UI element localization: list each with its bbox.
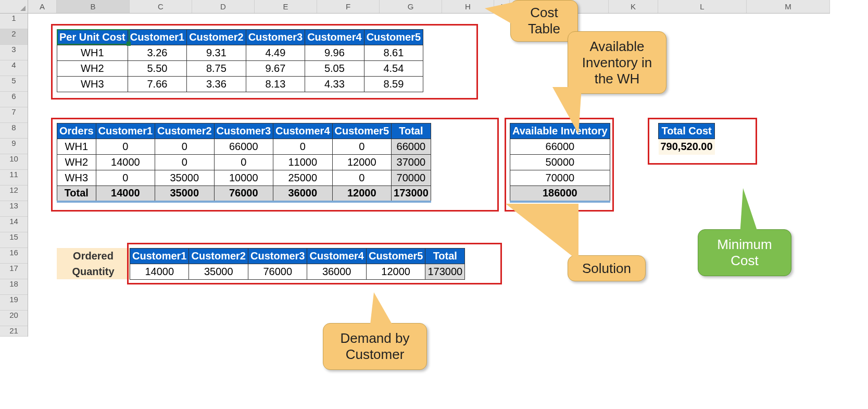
row-header-15[interactable]: 15 bbox=[0, 232, 28, 248]
row-header-13[interactable]: 13 bbox=[0, 201, 28, 217]
cell[interactable]: 8.75 bbox=[187, 61, 246, 77]
orders-row-label[interactable]: WH1 bbox=[57, 139, 96, 155]
avail-inv-total[interactable]: 186000 bbox=[510, 186, 610, 202]
row-total[interactable]: 66000 bbox=[392, 139, 431, 155]
cell[interactable]: 3.26 bbox=[128, 45, 186, 61]
row-header-12[interactable]: 12 bbox=[0, 185, 28, 201]
cell[interactable]: 35000 bbox=[155, 170, 214, 186]
cell[interactable]: 50000 bbox=[510, 155, 610, 170]
col-header-B[interactable]: B bbox=[57, 0, 130, 13]
col-header-C[interactable]: C bbox=[130, 0, 192, 13]
col-total[interactable]: 35000 bbox=[155, 186, 214, 202]
cost-row-label[interactable]: WH3 bbox=[57, 77, 128, 92]
col-total[interactable]: 12000 bbox=[332, 186, 391, 202]
cell[interactable]: 4.54 bbox=[364, 61, 423, 77]
cell[interactable]: 0 bbox=[155, 139, 214, 155]
row-header-17[interactable]: 17 bbox=[0, 264, 28, 279]
cell[interactable]: 12000 bbox=[332, 155, 391, 170]
select-all-corner[interactable] bbox=[0, 0, 28, 14]
cost-row-label[interactable]: WH2 bbox=[57, 61, 128, 77]
row-total[interactable]: 70000 bbox=[392, 170, 431, 186]
col-header-F[interactable]: F bbox=[317, 0, 380, 13]
cell[interactable]: 0 bbox=[332, 170, 391, 186]
cell[interactable]: 7.66 bbox=[128, 77, 186, 92]
cost-row-label[interactable]: WH1 bbox=[57, 45, 128, 61]
cell[interactable]: 0 bbox=[96, 170, 155, 186]
cell[interactable]: 76000 bbox=[248, 264, 307, 280]
cell[interactable]: 11000 bbox=[273, 155, 332, 170]
row-header-4[interactable]: 4 bbox=[0, 60, 28, 76]
orders-row-label[interactable]: WH2 bbox=[57, 155, 96, 170]
cell[interactable]: 14000 bbox=[96, 155, 155, 170]
cell[interactable]: 8.59 bbox=[364, 77, 423, 92]
col-header-L[interactable]: L bbox=[658, 0, 747, 13]
row-header-3[interactable]: 3 bbox=[0, 45, 28, 60]
row-total[interactable]: 37000 bbox=[392, 155, 431, 170]
row-header-14[interactable]: 14 bbox=[0, 217, 28, 232]
total-cost-value[interactable]: 790,520.00 bbox=[659, 139, 715, 155]
row-header-11[interactable]: 11 bbox=[0, 170, 28, 185]
row-header-2[interactable]: 2 bbox=[0, 29, 28, 45]
cell[interactable]: 36000 bbox=[307, 264, 366, 280]
cell[interactable]: 4.33 bbox=[305, 77, 364, 92]
cell[interactable]: 9.31 bbox=[187, 45, 246, 61]
row-header-7[interactable]: 7 bbox=[0, 107, 28, 123]
grand-total[interactable]: 173000 bbox=[392, 186, 431, 202]
ordered-qty-label1: Ordered bbox=[57, 248, 130, 264]
cell[interactable]: 0 bbox=[96, 139, 155, 155]
orders-total-label[interactable]: Total bbox=[57, 186, 96, 202]
table-row: Per Unit Cost Customer1 Customer2 Custom… bbox=[57, 30, 423, 45]
cell[interactable]: 8.61 bbox=[364, 45, 423, 61]
row-header-21[interactable]: 21 bbox=[0, 326, 28, 337]
table-row: WH3 0 35000 10000 25000 0 70000 bbox=[57, 170, 431, 186]
cell[interactable]: 4.49 bbox=[246, 45, 305, 61]
cell[interactable]: 5.50 bbox=[128, 61, 186, 77]
col-header-A[interactable]: A bbox=[28, 0, 57, 13]
cell[interactable]: 10000 bbox=[214, 170, 273, 186]
row-header-10[interactable]: 10 bbox=[0, 154, 28, 170]
cell[interactable]: 14000 bbox=[130, 264, 189, 280]
col-header-M[interactable]: M bbox=[747, 0, 830, 13]
row-header-8[interactable]: 8 bbox=[0, 123, 28, 139]
table-row: WH2 14000 0 0 11000 12000 37000 bbox=[57, 155, 431, 170]
cell[interactable]: 9.67 bbox=[246, 61, 305, 77]
cell[interactable]: 8.13 bbox=[246, 77, 305, 92]
row-header-6[interactable]: 6 bbox=[0, 92, 28, 107]
cell[interactable]: 0 bbox=[155, 155, 214, 170]
cell[interactable]: 25000 bbox=[273, 170, 332, 186]
col-header-G[interactable]: G bbox=[380, 0, 442, 13]
ordered-qty-table: Customer1 Customer2 Customer3 Customer4 … bbox=[130, 248, 465, 280]
cell[interactable]: 70000 bbox=[510, 170, 610, 186]
col-total[interactable]: 14000 bbox=[96, 186, 155, 202]
col-header-E[interactable]: E bbox=[255, 0, 317, 13]
row-header-19[interactable]: 19 bbox=[0, 295, 28, 311]
row-header-16[interactable]: 16 bbox=[0, 248, 28, 264]
total-cost-header: Total Cost bbox=[659, 123, 715, 139]
orders-row-label[interactable]: WH3 bbox=[57, 170, 96, 186]
cell[interactable]: 35000 bbox=[189, 264, 248, 280]
cost-col-cust3: Customer3 bbox=[246, 30, 305, 45]
row-header-1[interactable]: 1 bbox=[0, 14, 28, 29]
col-total[interactable]: 36000 bbox=[273, 186, 332, 202]
cell[interactable]: 3.36 bbox=[187, 77, 246, 92]
col-total[interactable]: 76000 bbox=[214, 186, 273, 202]
available-inventory-table: Available Inventory 66000 50000 70000 18… bbox=[510, 123, 610, 203]
cell[interactable]: 66000 bbox=[510, 139, 610, 155]
cost-table-corner: Per Unit Cost bbox=[57, 30, 128, 45]
oq-total[interactable]: 173000 bbox=[425, 264, 465, 280]
cell[interactable]: 0 bbox=[273, 139, 332, 155]
cell[interactable]: 12000 bbox=[366, 264, 425, 280]
row-header-18[interactable]: 18 bbox=[0, 279, 28, 295]
cell[interactable]: 0 bbox=[332, 139, 391, 155]
cell[interactable]: 5.05 bbox=[305, 61, 364, 77]
row-header-5[interactable]: 5 bbox=[0, 76, 28, 92]
table-row: 14000 35000 76000 36000 12000 173000 bbox=[130, 264, 465, 280]
col-header-K[interactable]: K bbox=[609, 0, 658, 13]
cell[interactable]: 9.96 bbox=[305, 45, 364, 61]
col-header-D[interactable]: D bbox=[192, 0, 255, 13]
row-header-20[interactable]: 20 bbox=[0, 311, 28, 326]
callout-demand: Demand by Customer bbox=[323, 323, 427, 370]
cell[interactable]: 0 bbox=[214, 155, 273, 170]
cell[interactable]: 66000 bbox=[214, 139, 273, 155]
row-header-9[interactable]: 9 bbox=[0, 139, 28, 154]
